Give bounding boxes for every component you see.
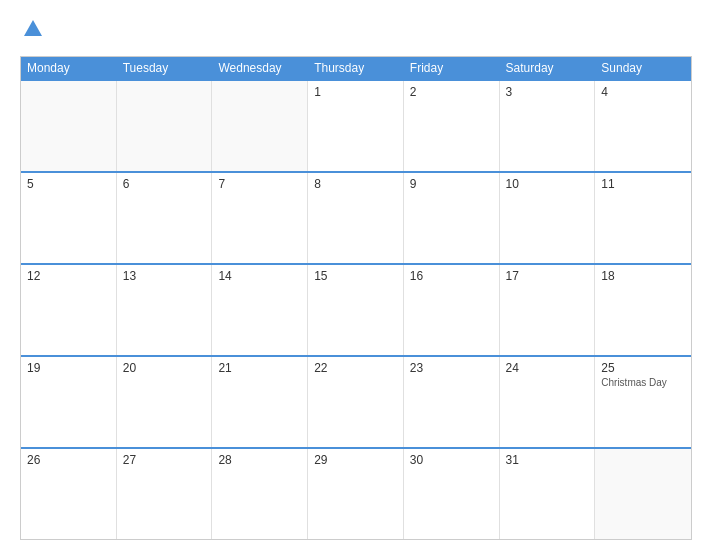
holiday-label: Christmas Day — [601, 377, 685, 388]
day-cell-20: 20 — [117, 357, 213, 447]
day-cell-23: 23 — [404, 357, 500, 447]
day-header-thursday: Thursday — [308, 57, 404, 79]
calendar-grid: MondayTuesdayWednesdayThursdayFridaySatu… — [20, 56, 692, 540]
week-row-2: 567891011 — [21, 171, 691, 263]
day-header-wednesday: Wednesday — [212, 57, 308, 79]
day-number: 7 — [218, 177, 301, 191]
day-number: 17 — [506, 269, 589, 283]
day-cell-4: 4 — [595, 81, 691, 171]
day-cell-16: 16 — [404, 265, 500, 355]
day-number: 9 — [410, 177, 493, 191]
day-cell-15: 15 — [308, 265, 404, 355]
day-number: 20 — [123, 361, 206, 375]
day-header-sunday: Sunday — [595, 57, 691, 79]
day-number: 22 — [314, 361, 397, 375]
day-cell-19: 19 — [21, 357, 117, 447]
day-cell-22: 22 — [308, 357, 404, 447]
day-cell-14: 14 — [212, 265, 308, 355]
calendar-header — [20, 18, 692, 44]
day-cell-empty — [212, 81, 308, 171]
calendar-page: MondayTuesdayWednesdayThursdayFridaySatu… — [0, 0, 712, 550]
day-cell-7: 7 — [212, 173, 308, 263]
day-cell-empty — [117, 81, 213, 171]
week-row-1: 1234 — [21, 79, 691, 171]
day-cell-8: 8 — [308, 173, 404, 263]
day-number: 4 — [601, 85, 685, 99]
day-cell-18: 18 — [595, 265, 691, 355]
day-number: 16 — [410, 269, 493, 283]
day-header-saturday: Saturday — [500, 57, 596, 79]
day-cell-5: 5 — [21, 173, 117, 263]
day-number: 25 — [601, 361, 685, 375]
day-cell-10: 10 — [500, 173, 596, 263]
day-number: 24 — [506, 361, 589, 375]
svg-marker-0 — [24, 20, 42, 36]
day-number: 15 — [314, 269, 397, 283]
day-cell-17: 17 — [500, 265, 596, 355]
day-cell-28: 28 — [212, 449, 308, 539]
day-number: 6 — [123, 177, 206, 191]
day-cell-29: 29 — [308, 449, 404, 539]
day-number: 29 — [314, 453, 397, 467]
week-row-4: 19202122232425Christmas Day — [21, 355, 691, 447]
day-number: 30 — [410, 453, 493, 467]
day-cell-11: 11 — [595, 173, 691, 263]
week-row-3: 12131415161718 — [21, 263, 691, 355]
day-cell-25: 25Christmas Day — [595, 357, 691, 447]
logo — [20, 18, 44, 44]
day-number: 21 — [218, 361, 301, 375]
day-number: 19 — [27, 361, 110, 375]
day-number: 26 — [27, 453, 110, 467]
day-number: 5 — [27, 177, 110, 191]
day-cell-1: 1 — [308, 81, 404, 171]
week-row-5: 262728293031 — [21, 447, 691, 539]
day-number: 28 — [218, 453, 301, 467]
day-cell-empty — [21, 81, 117, 171]
day-number: 11 — [601, 177, 685, 191]
day-number: 3 — [506, 85, 589, 99]
day-number: 1 — [314, 85, 397, 99]
day-headers-row: MondayTuesdayWednesdayThursdayFridaySatu… — [21, 57, 691, 79]
day-number: 18 — [601, 269, 685, 283]
day-cell-3: 3 — [500, 81, 596, 171]
day-cell-21: 21 — [212, 357, 308, 447]
day-number: 31 — [506, 453, 589, 467]
day-cell-6: 6 — [117, 173, 213, 263]
day-cell-24: 24 — [500, 357, 596, 447]
day-number: 14 — [218, 269, 301, 283]
day-header-friday: Friday — [404, 57, 500, 79]
day-cell-13: 13 — [117, 265, 213, 355]
day-number: 8 — [314, 177, 397, 191]
day-cell-9: 9 — [404, 173, 500, 263]
day-number: 27 — [123, 453, 206, 467]
day-header-tuesday: Tuesday — [117, 57, 213, 79]
day-number: 2 — [410, 85, 493, 99]
day-cell-26: 26 — [21, 449, 117, 539]
calendar-weeks: 1234567891011121314151617181920212223242… — [21, 79, 691, 539]
day-header-monday: Monday — [21, 57, 117, 79]
day-cell-12: 12 — [21, 265, 117, 355]
day-cell-30: 30 — [404, 449, 500, 539]
day-number: 10 — [506, 177, 589, 191]
day-cell-2: 2 — [404, 81, 500, 171]
day-cell-31: 31 — [500, 449, 596, 539]
day-cell-27: 27 — [117, 449, 213, 539]
logo-icon — [22, 18, 44, 40]
day-number: 13 — [123, 269, 206, 283]
day-cell-empty — [595, 449, 691, 539]
day-number: 23 — [410, 361, 493, 375]
day-number: 12 — [27, 269, 110, 283]
